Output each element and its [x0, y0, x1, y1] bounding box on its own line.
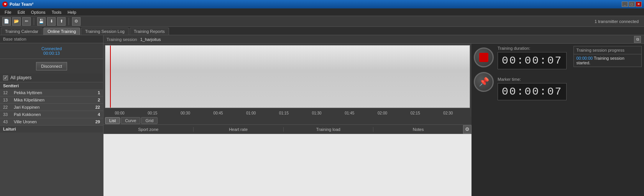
- tab-training-calendar[interactable]: Training Calendar: [1, 28, 43, 35]
- main-content: Base station Connected 00:00:13 Disconne…: [0, 35, 644, 196]
- title-bar: ❤ Polar Team² _ □ ✕: [0, 0, 644, 8]
- all-players-checkbox[interactable]: ✓: [3, 75, 8, 80]
- disconnect-button[interactable]: Disconnect: [36, 62, 67, 70]
- all-players-header: ✓ All players: [0, 74, 103, 82]
- time-axis: 00:00 00:15 00:30 00:45 01:00 01:15 01:3…: [105, 109, 470, 116]
- group-sentteri: Sentteri: [0, 82, 103, 89]
- progress-panel: Training session progress 00:00:00 Train…: [573, 46, 642, 67]
- progress-content: 00:00:00 Training session started.: [574, 54, 641, 67]
- training-duration-label: Training duration:: [498, 46, 567, 51]
- time-marker-8: 02:00: [378, 111, 387, 115]
- tab-online-training[interactable]: Online Training: [43, 28, 80, 35]
- base-station-info: Connected 00:00:13: [0, 43, 103, 59]
- tab-training-reports[interactable]: Training Reports: [130, 28, 169, 35]
- base-station-label: Base station: [3, 37, 26, 41]
- content-area: 00:00 00:15 00:30 00:45 01:00 01:15 01:3…: [104, 44, 644, 196]
- toolbar-separator-2: [69, 18, 69, 25]
- marker-time-display: 00:00:07: [498, 83, 567, 100]
- menu-file[interactable]: File: [2, 9, 15, 15]
- new-button[interactable]: 📄: [2, 17, 11, 26]
- menu-edit[interactable]: Edit: [15, 9, 28, 15]
- maximize-button[interactable]: □: [629, 2, 635, 7]
- player-number: 12: [3, 90, 14, 95]
- progress-header: Training session progress: [574, 46, 641, 54]
- connection-status: Connected 00:00:13: [41, 46, 62, 56]
- marker-time-label: Marker time:: [498, 77, 567, 82]
- record-button[interactable]: [474, 47, 494, 67]
- sub-tab-list[interactable]: List: [105, 117, 120, 124]
- time-marker-0: 00:00: [115, 111, 125, 115]
- tabs-bar: Training Calendar Online Training Traini…: [0, 27, 644, 35]
- minimize-button[interactable]: _: [622, 2, 628, 7]
- session-name: 1_harjoitus: [140, 37, 161, 42]
- toolbar-separator-1: [34, 18, 34, 25]
- menu-bar: File Edit Options Tools Help: [0, 8, 644, 16]
- time-marker-9: 02:15: [411, 111, 420, 115]
- controls-column: 📌: [474, 46, 494, 93]
- table-row[interactable]: 33 Pali Kokkonen 4: [0, 111, 103, 118]
- players-list: Sentteri 12 Pekka Hyttinen 1 13 Mika Kil…: [0, 82, 103, 196]
- table-row[interactable]: 22 Jari Koppinen 22: [0, 104, 103, 111]
- col-header-training-load: Training load: [284, 127, 374, 132]
- menu-tools[interactable]: Tools: [49, 9, 65, 15]
- player-id: 29: [91, 119, 100, 124]
- sub-tabs: List Curve Grid: [104, 116, 472, 125]
- sub-tab-grid[interactable]: Grid: [141, 117, 158, 124]
- player-name: Jari Koppinen: [14, 105, 91, 109]
- time-marker-1: 00:15: [148, 111, 157, 115]
- marker-button[interactable]: 📌: [474, 72, 494, 92]
- save-button[interactable]: 💾: [37, 17, 46, 26]
- record-icon: [479, 53, 488, 62]
- right-panel: Training session 1_harjoitus ⧉ 00:00 00:…: [104, 35, 644, 196]
- player-id: 2: [91, 98, 100, 102]
- columns-settings-button[interactable]: ⚙: [463, 125, 472, 134]
- col-header-sport-zone: Sport zone: [104, 127, 194, 132]
- player-id: 1: [91, 90, 100, 95]
- window-controls: _ □ ✕: [622, 2, 642, 7]
- edit-button[interactable]: ✏: [22, 17, 31, 26]
- training-duration-display: 00:00:07: [498, 52, 567, 69]
- app-icon: ❤: [2, 2, 8, 7]
- transmitter-info: 1 transmitter connected: [595, 19, 642, 24]
- table-row[interactable]: 43 Ville Uronen 29: [0, 118, 103, 126]
- open-button[interactable]: 📂: [12, 17, 21, 26]
- time-marker-6: 01:30: [312, 111, 322, 115]
- table-row[interactable]: 12 Pekka Hyttinen 1: [0, 89, 103, 96]
- menu-help[interactable]: Help: [64, 9, 79, 15]
- col-header-heart-rate: Heart rate: [194, 127, 284, 132]
- player-name: Ville Uronen: [14, 119, 91, 124]
- playhead-line: [110, 46, 111, 108]
- time-marker-3: 00:45: [214, 111, 223, 115]
- training-duration-group: Training duration: 00:00:07: [498, 46, 567, 69]
- metrics-row: 📌 Training duration: 00:00:07 Marker tim…: [474, 46, 642, 105]
- metrics-column: Training duration: 00:00:07 Marker time:…: [498, 46, 567, 105]
- session-label: Training session: [107, 37, 137, 42]
- close-button[interactable]: ✕: [636, 2, 642, 7]
- player-name: Pekka Hyttinen: [14, 90, 91, 95]
- player-number: 43: [3, 119, 14, 124]
- settings-toolbar-button[interactable]: ⚙: [72, 17, 80, 26]
- progress-event-time: 00:00:00: [576, 56, 593, 60]
- time-marker-10: 02:30: [443, 111, 453, 115]
- chart-section: 00:00 00:15 00:30 00:45 01:00 01:15 01:3…: [104, 44, 472, 196]
- col-header-notes: Notes: [373, 127, 463, 132]
- import-button[interactable]: ⬇: [47, 17, 56, 26]
- all-players-label: All players: [10, 75, 31, 80]
- copy-button[interactable]: ⧉: [634, 36, 641, 43]
- table-row[interactable]: 13 Mika Kilpeläinen 2: [0, 96, 103, 104]
- marker-icon: 📌: [479, 78, 489, 86]
- time-marker-4: 01:00: [246, 111, 256, 115]
- data-table-header: Sport zone Heart rate Training load Note…: [104, 125, 472, 134]
- time-marker-2: 00:30: [181, 111, 190, 115]
- title-left: ❤ Polar Team²: [2, 2, 33, 7]
- group-laituri: Laituri: [0, 126, 103, 132]
- tab-training-session-log[interactable]: Training Session Log: [81, 28, 129, 35]
- menu-options[interactable]: Options: [28, 9, 49, 15]
- sub-tab-curve[interactable]: Curve: [121, 117, 140, 124]
- export-button[interactable]: ⬆: [57, 17, 66, 26]
- players-section: ✓ All players Sentteri 12 Pekka Hyttinen…: [0, 74, 103, 196]
- chart-container: [105, 45, 470, 108]
- player-name: Pali Kokkonen: [14, 112, 91, 117]
- player-name: Mika Kilpeläinen: [14, 98, 91, 102]
- player-number: 33: [3, 112, 14, 117]
